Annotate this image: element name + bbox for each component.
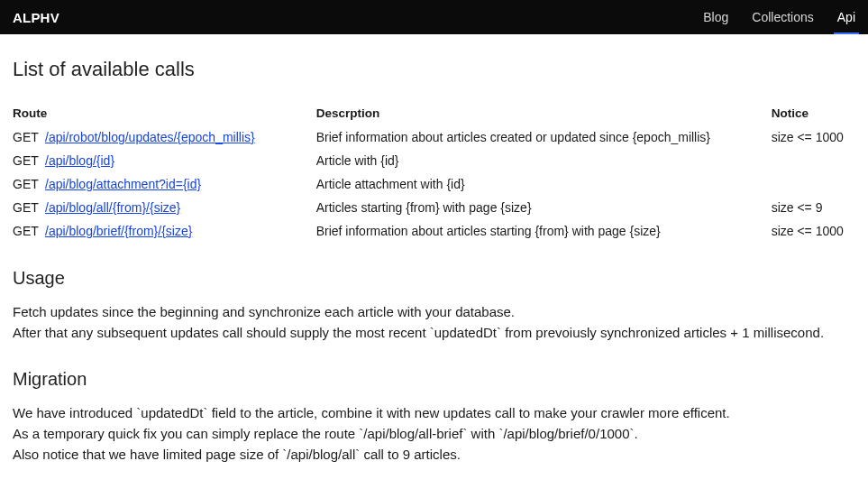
- migration-heading: Migration: [13, 369, 855, 390]
- brand: ALPHV: [13, 10, 59, 25]
- route-link[interactable]: /api/blog/{id}: [45, 153, 114, 168]
- api-routes-table: Route Descrption Notice GET /api/robot/b…: [13, 101, 855, 243]
- route-link[interactable]: /api/blog/attachment?id={id}: [45, 177, 201, 191]
- th-notice: Notice: [772, 101, 855, 125]
- route-link[interactable]: /api/robot/blog/updates/{epoch_millis}: [45, 130, 255, 144]
- description-cell: Article with {id}: [316, 149, 772, 172]
- nav-collections[interactable]: Collections: [752, 0, 813, 34]
- table-row: GET /api/blog/attachment?id={id} Article…: [13, 172, 855, 196]
- notice-cell: [772, 149, 855, 172]
- notice-cell: size <= 9: [772, 196, 855, 219]
- table-row: GET /api/blog/brief/{from}/{size} Brief …: [13, 219, 855, 243]
- usage-text: Fetch updates since the beginning and sy…: [13, 301, 855, 344]
- th-description: Descrption: [316, 101, 772, 125]
- route-link[interactable]: /api/blog/brief/{from}/{size}: [45, 224, 192, 238]
- notice-cell: [772, 172, 855, 196]
- notice-cell: size <= 1000: [772, 219, 855, 243]
- method-cell: GET: [13, 172, 45, 196]
- calls-heading: List of available calls: [13, 58, 855, 81]
- nav-blog[interactable]: Blog: [703, 0, 728, 34]
- notice-cell: size <= 1000: [772, 125, 855, 149]
- usage-heading: Usage: [13, 268, 855, 289]
- description-cell: Article attachment with {id}: [316, 172, 772, 196]
- content: List of available calls Route Descrption…: [0, 34, 868, 465]
- method-cell: GET: [13, 149, 45, 172]
- th-route: Route: [13, 101, 316, 125]
- migration-text: We have introduced `updatedDt` field to …: [13, 402, 855, 466]
- description-cell: Brief information about articles created…: [316, 125, 772, 149]
- route-link[interactable]: /api/blog/all/{from}/{size}: [45, 200, 180, 215]
- nav-links: Blog Collections Api: [703, 0, 855, 34]
- table-row: GET /api/robot/blog/updates/{epoch_milli…: [13, 125, 855, 149]
- nav-api[interactable]: Api: [837, 0, 855, 34]
- description-cell: Articles starting {from} with page {size…: [316, 196, 772, 219]
- method-cell: GET: [13, 125, 45, 149]
- table-row: GET /api/blog/{id} Article with {id}: [13, 149, 855, 172]
- method-cell: GET: [13, 219, 45, 243]
- table-row: GET /api/blog/all/{from}/{size} Articles…: [13, 196, 855, 219]
- description-cell: Brief information about articles startin…: [316, 219, 772, 243]
- method-cell: GET: [13, 196, 45, 219]
- topbar: ALPHV Blog Collections Api: [0, 0, 868, 34]
